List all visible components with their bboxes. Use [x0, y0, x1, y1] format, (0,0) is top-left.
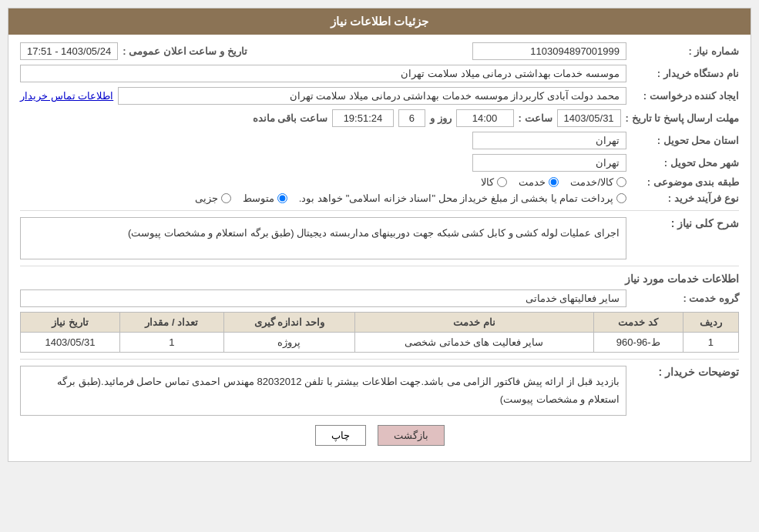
row-buyer-org: نام دستگاه خریدار : موسسه خدمات بهداشتی … [20, 65, 739, 82]
panel-header: جزئیات اطلاعات نیاز [8, 8, 751, 35]
announce-date-label: تاریخ و ساعت اعلان عمومی : [123, 45, 247, 57]
buyer-org-label: نام دستگاه خریدار : [631, 68, 739, 79]
divider-2 [20, 266, 739, 266]
category-option-kala-khedmat[interactable]: کالا/خدمت [570, 176, 626, 188]
request-number-label: شماره نیاز : [631, 45, 739, 57]
request-number-value: 1103094897001999 [472, 42, 626, 60]
category-label-kala: کالا [481, 176, 494, 188]
deadline-days: 6 [398, 109, 425, 127]
row-category: طبقه بندی موضوعی : کالا/خدمت خدمت کالا [20, 176, 739, 188]
category-label-kala-khedmat: کالا/خدمت [570, 176, 613, 188]
cell-unit: پروژه [223, 333, 354, 353]
service-group-value: سایر فعالیتهای خدماتی [20, 289, 626, 307]
services-section-title: اطلاعات خدمات مورد نیاز [20, 273, 739, 285]
deadline-time: 14:00 [456, 109, 514, 127]
purchase-radio-jozi[interactable] [221, 193, 231, 203]
row-province: استان محل تحویل : تهران [20, 132, 739, 149]
table-header-row: ردیف کد خدمت نام خدمت واحد اندازه گیری ت… [21, 313, 739, 333]
panel-title: جزئیات اطلاعات نیاز [331, 15, 428, 28]
deadline-remaining-label: ساعت باقی مانده [253, 112, 327, 124]
creator-link[interactable]: اطلاعات تماس خریدار [20, 90, 113, 102]
divider-3 [20, 359, 739, 360]
divider-1 [20, 210, 739, 211]
cell-code: ط-96-960 [593, 333, 683, 353]
announce-date-value: 1403/05/24 - 17:51 [20, 42, 118, 60]
purchase-option-jozi[interactable]: جزیی [195, 192, 231, 204]
row-service-group: گروه خدمت : سایر فعالیتهای خدماتی [20, 289, 739, 307]
purchase-radio-motavaset[interactable] [277, 193, 287, 203]
buttons-row: بازگشت چاپ [20, 425, 739, 453]
creator-label: ایجاد کننده درخواست : [631, 90, 739, 102]
category-radio-kala[interactable] [497, 177, 507, 187]
category-label: طبقه بندی موضوعی : [631, 176, 739, 188]
row-creator: ایجاد کننده درخواست : محمد دولت آبادی کا… [20, 87, 739, 105]
col-name: نام خدمت [354, 313, 593, 333]
cell-name: سایر فعالیت های خدماتی شخصی [354, 333, 593, 353]
row-city: شهر محل تحویل : تهران [20, 154, 739, 172]
purchase-type-radio-group: پرداخت تمام یا بخشی از مبلغ خریداز محل "… [195, 192, 626, 204]
back-button[interactable]: بازگشت [378, 425, 445, 446]
province-label: استان محل تحویل : [631, 135, 739, 146]
row-deadline: مهلت ارسال پاسخ تا تاریخ : 1403/05/31 سا… [20, 109, 739, 127]
notes-box: بازدید قبل از ارائه پیش فاکتور الزامی می… [20, 366, 626, 416]
main-panel: جزئیات اطلاعات نیاز شماره نیاز : 1103094… [8, 8, 751, 462]
row-request-number: شماره نیاز : 1103094897001999 تاریخ و سا… [20, 42, 739, 60]
col-unit: واحد اندازه گیری [223, 313, 354, 333]
row-description: شرح کلی نیاز : اجرای عملیات لوله کشی و ک… [20, 217, 739, 259]
purchase-label-motavaset: متوسط [243, 192, 274, 204]
col-date: تاریخ نیاز [21, 313, 120, 333]
category-label-khedmat: خدمت [519, 176, 546, 188]
purchase-label-jozi: جزیی [195, 192, 218, 204]
description-box: اجرای عملیات لوله کشی و کابل کشی شبکه جه… [20, 217, 626, 259]
services-table: ردیف کد خدمت نام خدمت واحد اندازه گیری ت… [20, 312, 739, 353]
description-label: شرح کلی نیاز : [631, 217, 739, 229]
category-option-khedmat[interactable]: خدمت [519, 176, 559, 188]
panel-body: شماره نیاز : 1103094897001999 تاریخ و سا… [8, 35, 751, 461]
cell-index: 1 [683, 333, 738, 353]
col-index: ردیف [683, 313, 738, 333]
purchase-option-motavaset[interactable]: متوسط [243, 192, 287, 204]
province-value: تهران [472, 132, 626, 149]
city-value: تهران [472, 154, 626, 172]
city-label: شهر محل تحویل : [631, 157, 739, 169]
row-notes: توضیحات خریدار : بازدید قبل از ارائه پیش… [20, 366, 739, 416]
category-option-kala[interactable]: کالا [481, 176, 507, 188]
purchase-label-esnadi: پرداخت تمام یا بخشی از مبلغ خریداز محل "… [299, 192, 613, 204]
creator-value: محمد دولت آبادی کاربرداز موسسه خدمات بهد… [118, 87, 626, 105]
purchase-radio-esnadi[interactable] [616, 193, 626, 203]
cell-quantity: 1 [119, 333, 223, 353]
deadline-remaining: 19:51:24 [332, 109, 394, 127]
page-container: جزئیات اطلاعات نیاز شماره نیاز : 1103094… [0, 0, 759, 532]
purchase-type-label: نوع فرآیند خرید : [631, 192, 739, 204]
deadline-label: مهلت ارسال پاسخ تا تاریخ : [626, 112, 739, 124]
deadline-date: 1403/05/31 [557, 109, 621, 127]
buyer-org-value: موسسه خدمات بهداشتی درمانی میلاد سلامت ت… [20, 65, 626, 82]
category-radio-khedmat[interactable] [549, 177, 559, 187]
print-button[interactable]: چاپ [315, 425, 366, 446]
category-radio-group: کالا/خدمت خدمت کالا [481, 176, 626, 188]
deadline-days-label: روز و [430, 112, 452, 124]
col-code: کد خدمت [593, 313, 683, 333]
service-group-label: گروه خدمت : [631, 293, 739, 304]
cell-date: 1403/05/31 [21, 333, 120, 353]
notes-label: توضیحات خریدار : [631, 366, 739, 378]
col-quantity: تعداد / مقدار [119, 313, 223, 333]
purchase-option-esnadi: پرداخت تمام یا بخشی از مبلغ خریداز محل "… [299, 192, 626, 204]
category-radio-kala-khedmat[interactable] [616, 177, 626, 187]
deadline-time-label: ساعت : [519, 112, 552, 124]
table-row: 1ط-96-960سایر فعالیت های خدماتی شخصیپروژ… [21, 333, 739, 353]
row-purchase-type: نوع فرآیند خرید : پرداخت تمام یا بخشی از… [20, 192, 739, 204]
